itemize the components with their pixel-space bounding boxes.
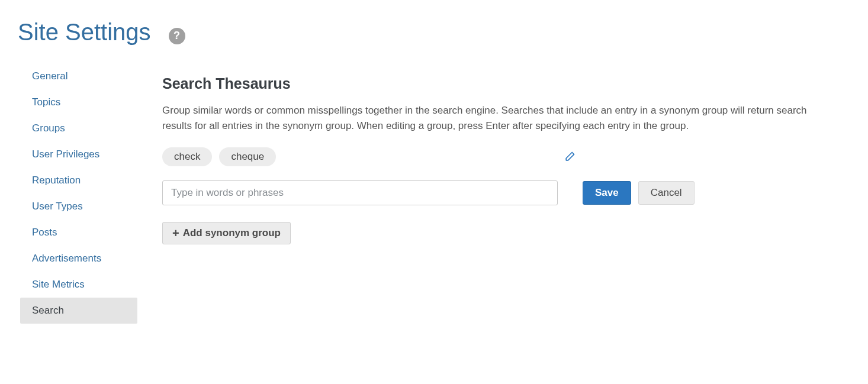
sidebar-item-advertisements[interactable]: Advertisements [20, 246, 137, 272]
cancel-button[interactable]: Cancel [638, 181, 695, 205]
sidebar-item-posts[interactable]: Posts [20, 220, 137, 246]
save-button[interactable]: Save [583, 181, 631, 205]
sidebar-item-reputation[interactable]: Reputation [20, 167, 137, 193]
sidebar-item-general[interactable]: General [20, 63, 137, 89]
sidebar-item-user-privileges[interactable]: User Privileges [20, 141, 137, 167]
synonym-group-row: check cheque [162, 147, 824, 166]
sidebar-item-search[interactable]: Search [20, 298, 137, 324]
plus-icon: + [172, 227, 179, 239]
main-content: Search Thesaurus Group similar words or … [137, 63, 824, 244]
add-group-label: Add synonym group [183, 227, 281, 239]
edit-icon[interactable] [564, 151, 576, 163]
help-icon[interactable]: ? [169, 28, 185, 44]
settings-sidebar: General Topics Groups User Privileges Re… [20, 63, 137, 324]
synonym-chip: check [162, 147, 212, 166]
section-title: Search Thesaurus [162, 75, 824, 92]
add-synonym-group-button[interactable]: + Add synonym group [162, 222, 291, 244]
sidebar-item-user-types[interactable]: User Types [20, 193, 137, 220]
sidebar-item-site-metrics[interactable]: Site Metrics [20, 272, 137, 298]
sidebar-item-topics[interactable]: Topics [20, 89, 137, 115]
synonym-chip: cheque [219, 147, 276, 166]
page-title: Site Settings [18, 19, 151, 46]
section-description: Group similar words or common misspellin… [162, 103, 824, 134]
synonym-input-row: Save Cancel [162, 180, 824, 205]
synonym-input[interactable] [162, 180, 558, 205]
sidebar-item-groups[interactable]: Groups [20, 115, 137, 141]
synonym-chips: check cheque [162, 147, 276, 166]
